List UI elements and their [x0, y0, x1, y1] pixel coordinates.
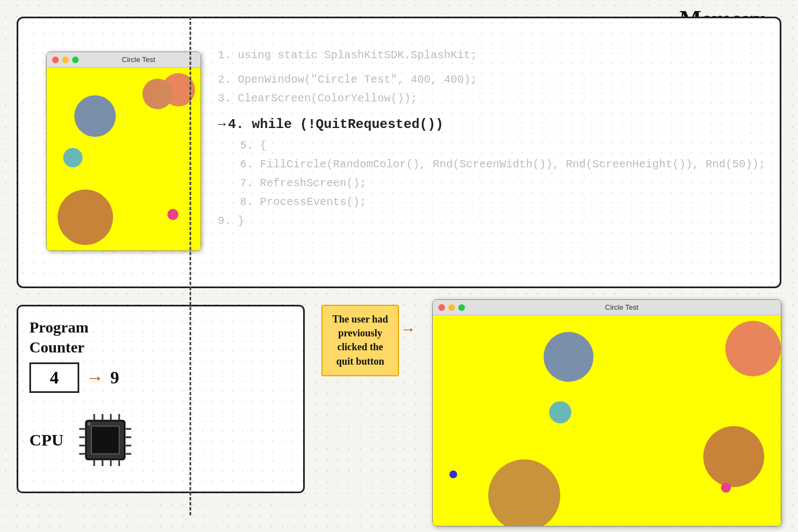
- counter-arrow: →: [86, 367, 104, 388]
- bottom-window-title: Circle Test: [468, 303, 775, 311]
- cpu-box: Program Counter 4 → 9 CPU: [17, 305, 305, 493]
- code-line-3: 3. ClearScreen(ColorYellow());: [218, 89, 763, 108]
- svg-rect-1: [91, 426, 119, 454]
- bottom-window-titlebar: Circle Test: [433, 300, 781, 315]
- tooltip-box: The user had previously clicked the quit…: [321, 305, 399, 376]
- arrow-indicator: →: [218, 117, 226, 132]
- bottom-window-dot-red: [438, 304, 445, 311]
- code-line-4: →4. while (!QuitRequested()): [218, 114, 763, 136]
- counter-value: 4: [29, 362, 79, 393]
- code-line-6: 6. FillCircle(RandomColor(), Rnd(ScreenW…: [218, 155, 763, 174]
- code-line-8: 8. ProcessEvents();: [218, 193, 763, 212]
- bottom-window-dot-green: [458, 304, 465, 311]
- svg-point-18: [88, 422, 91, 426]
- cpu-chip-icon: [75, 410, 136, 470]
- window-dot-green: [72, 57, 79, 63]
- bottom-window-canvas: [433, 315, 781, 526]
- top-window-canvas: [47, 68, 201, 250]
- code-line-7: 7. RefreshScreen();: [218, 174, 763, 193]
- bottom-section: Program Counter 4 → 9 CPU: [17, 305, 781, 515]
- code-area: 1. using static SplashKitSDK.SplashKit; …: [218, 46, 763, 231]
- window-dot-yellow: [62, 57, 69, 63]
- window-dot-red: [52, 57, 59, 63]
- code-line-2: 2. OpenWindow("Circle Test", 400, 400);: [218, 70, 763, 89]
- counter-row: 4 → 9: [29, 362, 292, 393]
- code-line-9: 9. }: [218, 212, 763, 231]
- bottom-window-preview: Circle Test: [432, 299, 781, 526]
- memory-box: Circle Test 1. using static SplashKitSDK…: [17, 17, 781, 288]
- top-window-title: Circle Test: [82, 55, 195, 64]
- cpu-label: CPU: [29, 410, 292, 470]
- counter-next: 9: [110, 367, 119, 388]
- code-line-5: 5. {: [218, 136, 763, 155]
- program-counter-label: Program Counter: [29, 318, 292, 358]
- top-window-titlebar: Circle Test: [47, 52, 201, 68]
- tooltip-arrow-icon: →: [400, 320, 416, 338]
- dashed-line: [190, 17, 191, 515]
- bottom-window-dot-yellow: [448, 304, 455, 311]
- code-line-1: 1. using static SplashKitSDK.SplashKit;: [218, 46, 763, 65]
- top-window-preview: Circle Test: [46, 52, 201, 251]
- right-side: The user had previously clicked the quit…: [316, 305, 781, 515]
